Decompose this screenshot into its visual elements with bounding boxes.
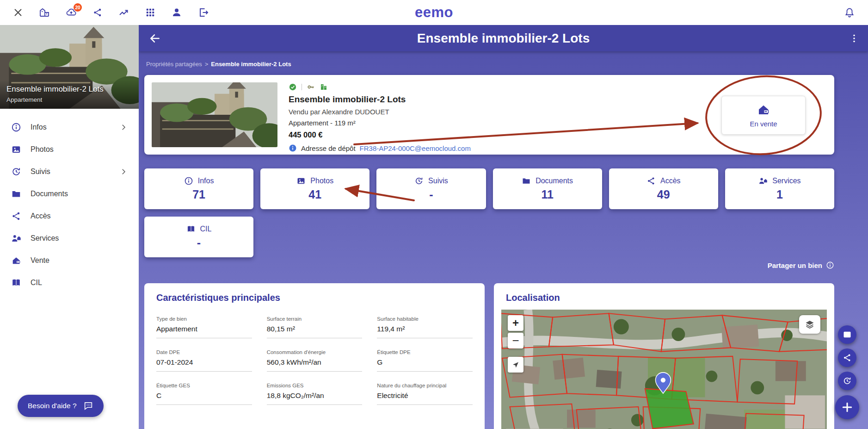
sidebar-item-documents[interactable]: Documents [0, 183, 139, 205]
field-chauffage-principal: Nature du chauffage principal Electricit… [377, 377, 473, 405]
back-button[interactable] [149, 32, 161, 44]
sale-icon [11, 255, 21, 266]
field-etiquette-ges: Étiquette GES C [156, 377, 252, 405]
sidebar-item-label: CIL [31, 279, 42, 287]
status-en-vente-button[interactable]: En vente [721, 96, 806, 135]
more-options-button[interactable] [849, 33, 860, 44]
fab-photos-button[interactable] [838, 325, 856, 344]
deposit-address-row: Adresse de dépôt FR38-AP24-000C@eemoclou… [289, 144, 471, 152]
map-zoom-in-button[interactable]: + [508, 315, 523, 331]
sidebar-item-cil[interactable]: CIL [0, 272, 139, 294]
map-locate-button[interactable] [508, 357, 523, 373]
stats-icon-button[interactable] [118, 7, 129, 18]
help-button-label: Besoin d'aide ? [28, 402, 77, 410]
sidebar-item-infos[interactable]: Infos [0, 116, 139, 138]
cloud-badge: 20 [74, 3, 82, 12]
top-bar-actions: 20 [13, 7, 209, 18]
sidebar-item-photos[interactable]: Photos [0, 138, 139, 161]
main-content: Ensemble immobilier-2 Lots Propriétés pa… [139, 25, 868, 429]
photo-icon [296, 176, 306, 186]
field-surface-habitable: Surface habitable 119,4 m² [377, 311, 473, 338]
deposit-address-link[interactable]: FR38-AP24-000C@eemocloud.com [360, 144, 471, 152]
cloud-upload-button[interactable]: 20 [66, 7, 77, 18]
apps-grid-button[interactable] [145, 7, 155, 18]
sidebar-item-acces[interactable]: Accès [0, 205, 139, 227]
map-zoom-out-button[interactable]: − [508, 333, 523, 348]
sidebar: Ensemble immobilier-2 Lots Appartement I… [0, 25, 139, 429]
stat-value: 1 [776, 188, 783, 201]
stat-card-photos[interactable]: Photos 41 [260, 168, 369, 209]
page-title: Ensemble immobilier-2 Lots [417, 31, 590, 46]
logout-button[interactable] [198, 7, 209, 18]
info-outline-icon [826, 261, 834, 269]
breadcrumb-current: Ensemble immobilier-2 Lots [211, 61, 291, 68]
share-icon [843, 353, 852, 362]
notifications-bell-button[interactable] [844, 7, 855, 18]
sidebar-item-label: Infos [31, 123, 47, 131]
app: { "brand": { "logo": "eemo", "notificati… [0, 0, 868, 429]
stat-card-infos[interactable]: Infos 71 [144, 168, 253, 209]
sidebar-item-label: Vente [31, 256, 49, 265]
share-icon [646, 176, 656, 186]
info-filled-icon [289, 144, 297, 152]
chat-bubble-icon [83, 401, 93, 411]
book-icon [11, 278, 21, 288]
locate-arrow-icon [511, 361, 520, 369]
sidebar-item-label: Photos [31, 145, 54, 154]
stat-label: Suivis [428, 177, 448, 185]
stat-label: Documents [536, 177, 573, 185]
stat-card-services[interactable]: Services 1 [725, 168, 834, 209]
stat-value: 71 [192, 188, 205, 201]
map-layers-button[interactable] [799, 315, 820, 334]
map[interactable]: + − [501, 310, 827, 429]
photo-icon [843, 330, 852, 339]
folder-icon [522, 176, 531, 186]
stat-cards-row: Infos 71 Photos 41 Suivis - Documents 11… [144, 168, 834, 209]
field-type-de-bien: Type de bien Appartement [156, 311, 252, 338]
share-property-link[interactable]: Partager un bien [768, 261, 834, 269]
share-property-row: Partager un bien [144, 261, 834, 269]
property-title: Ensemble immobilier-2 Lots [289, 94, 471, 105]
profile-button[interactable] [171, 7, 182, 18]
field-date-dpe: Date DPE 07-01-2024 [156, 344, 252, 372]
help-button[interactable]: Besoin d'aide ? [18, 395, 104, 417]
share-icon-button[interactable] [92, 7, 103, 18]
status-label: En vente [750, 120, 777, 128]
stat-card-suivis[interactable]: Suivis - [376, 168, 486, 209]
sidebar-item-services[interactable]: Services [0, 227, 139, 249]
breadcrumb-separator: > [205, 61, 209, 68]
property-thumbnail-image [152, 82, 277, 147]
stat-card-acces[interactable]: Accès 49 [609, 168, 718, 209]
info-icon [184, 176, 193, 186]
key-icon [307, 83, 315, 91]
share-icon [11, 211, 21, 221]
stat-cards-row-2: CIL - [144, 217, 834, 257]
app-logo[interactable]: eemo [415, 4, 453, 21]
localisation-title: Localisation [506, 292, 827, 303]
sidebar-item-label: Suivis [31, 168, 50, 176]
services-icon [11, 233, 21, 243]
stat-card-documents[interactable]: Documents 11 [493, 168, 602, 209]
property-info: Ensemble immobilier-2 Lots Vendu par Ale… [289, 82, 471, 147]
property-thumbnail[interactable] [152, 82, 277, 147]
sidebar-item-vente[interactable]: Vente [0, 249, 139, 272]
folder-icon [11, 189, 21, 199]
stat-label: Services [772, 177, 800, 185]
fab-share-button[interactable] [838, 348, 856, 367]
fab-add-button[interactable] [835, 395, 859, 419]
property-price: 445 000 € [289, 131, 471, 139]
history-icon [843, 376, 852, 385]
stat-card-cil[interactable]: CIL - [144, 217, 253, 257]
field-emissions-ges: Emissions GES 18,8 kgCO₂/m²/an [267, 377, 363, 405]
sidebar-item-suivis[interactable]: Suivis [0, 161, 139, 183]
characteristics-grid: Type de bien Appartement Surface terrain… [156, 311, 473, 410]
divider [302, 84, 302, 90]
close-button[interactable] [13, 7, 23, 18]
properties-icon-button[interactable] [39, 7, 50, 18]
property-summary-card: Ensemble immobilier-2 Lots Vendu par Ale… [144, 75, 834, 155]
field-etiquette-dpe: Étiquette DPE G [377, 344, 473, 372]
stat-value: - [197, 236, 201, 249]
photo-icon [11, 144, 21, 155]
fab-history-button[interactable] [838, 372, 856, 390]
breadcrumb-parent[interactable]: Propriétés partagées [146, 61, 202, 68]
